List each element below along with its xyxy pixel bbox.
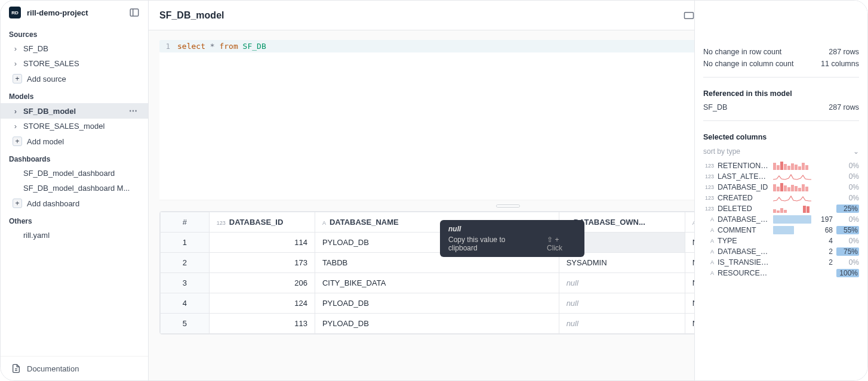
selected-columns-heading: Selected columns — [703, 133, 859, 141]
cell-rownum: 3 — [161, 273, 210, 293]
col-pct: 0% — [836, 172, 859, 181]
col-count: 2 — [815, 247, 833, 256]
more-icon[interactable]: ⋯ — [127, 106, 140, 116]
cell-id[interactable]: 173 — [209, 253, 315, 273]
sidebar-item-label: SF_DB_model — [23, 107, 122, 116]
column-row[interactable]: A TYPE 4 0% — [703, 236, 859, 246]
svg-rect-15 — [802, 163, 805, 170]
cell-name[interactable]: PYLOAD_DB — [315, 314, 559, 334]
column-row[interactable]: A DATABASE_OWNER 2 75% — [703, 246, 859, 257]
column-row[interactable]: 123 RETENTION_TIME 0% — [703, 160, 859, 171]
cell-owner[interactable]: null — [559, 293, 685, 314]
col-count: 2 — [815, 258, 833, 267]
column-row[interactable]: 123 DATABASE_ID 0% — [703, 182, 859, 193]
chevron-right-icon: › — [13, 59, 19, 68]
tooltip: null Copy this value to clipboard ⇧ + Cl… — [440, 220, 584, 257]
cell-id[interactable]: 114 — [209, 233, 315, 253]
col-viz — [773, 183, 811, 191]
add-dashboard-button[interactable]: + Add dashboard — [1, 196, 148, 211]
sidebar-other-rillyaml[interactable]: rill.yaml — [1, 228, 148, 243]
add-model-label: Add model — [27, 137, 64, 146]
svg-rect-0 — [130, 9, 138, 16]
col-type: 123 — [703, 206, 714, 212]
col-pct: 25% — [836, 205, 859, 213]
svg-rect-29 — [780, 208, 783, 213]
column-row[interactable]: 123 LAST_ALTERED 0% — [703, 171, 859, 182]
svg-rect-16 — [805, 165, 808, 170]
kw-from: from — [219, 42, 238, 51]
layout-single-icon[interactable] — [683, 11, 695, 20]
plus-icon: + — [13, 74, 22, 83]
sidebar-dashboard-2[interactable]: SF_DB_model_dashboard M... — [1, 181, 148, 196]
column-row[interactable]: A COMMENT 68 55% — [703, 225, 859, 236]
plus-icon: + — [13, 137, 22, 146]
tooltip-title: null — [448, 225, 576, 233]
cell-id[interactable]: 113 — [209, 314, 315, 334]
svg-rect-20 — [784, 185, 787, 191]
col-pct: 0% — [836, 215, 859, 224]
add-source-button[interactable]: + Add source — [1, 71, 148, 86]
column-row[interactable]: A RESOURCE_GROUP 100% — [703, 268, 859, 278]
col-viz — [773, 226, 811, 234]
section-sources-heading: Sources — [1, 24, 148, 41]
section-dashboards-heading: Dashboards — [1, 149, 148, 166]
column-row[interactable]: 123 CREATED 0% — [703, 193, 859, 203]
sidebar-source-sfdb[interactable]: › SF_DB — [1, 41, 148, 56]
column-row[interactable]: 123 DELETED 25% — [703, 203, 859, 214]
col-viz — [773, 215, 811, 224]
svg-rect-26 — [805, 187, 808, 191]
sort-label: sort by type — [703, 147, 740, 156]
documentation-link[interactable]: Documentation — [1, 356, 148, 380]
cell-owner[interactable]: null — [559, 314, 685, 334]
referenced-item[interactable]: SF_DB 287 rows — [703, 103, 859, 112]
add-model-button[interactable]: + Add model — [1, 134, 148, 149]
col-change: No change in column count 11 columns — [703, 59, 859, 69]
col-pct: 0% — [836, 183, 859, 191]
col-viz — [773, 205, 811, 213]
svg-rect-24 — [798, 188, 801, 191]
svg-rect-30 — [784, 210, 787, 213]
sidebar-dashboard-1[interactable]: SF_DB_model_dashboard — [1, 166, 148, 181]
sidebar-model-sfdb[interactable]: › SF_DB_model ⋯ — [1, 103, 148, 119]
col-type: A — [703, 270, 714, 276]
tooltip-text: Copy this value to clipboard — [448, 236, 535, 252]
col-pct: 0% — [836, 162, 859, 170]
col-type: A — [703, 259, 714, 265]
sidebar-source-storesales[interactable]: › STORE_SALES — [1, 56, 148, 71]
svg-rect-31 — [803, 206, 806, 213]
cell-id[interactable]: 206 — [209, 273, 315, 293]
cell-name[interactable]: CITY_BIKE_DATA — [315, 273, 559, 293]
col-name: DATABASE_OWNER — [718, 247, 769, 256]
line-number: 1 — [159, 42, 177, 51]
col-rownum[interactable]: # — [161, 212, 210, 233]
col-name: RETENTION_TIME — [718, 162, 769, 170]
cell-id[interactable]: 124 — [209, 293, 315, 314]
sidebar-model-storesales[interactable]: › STORE_SALES_model — [1, 119, 148, 134]
col-database-id[interactable]: 123DATABASE_ID — [209, 212, 315, 233]
col-pct: 0% — [836, 237, 859, 245]
col-type: A — [703, 227, 714, 233]
svg-rect-21 — [787, 187, 790, 191]
svg-rect-28 — [777, 210, 780, 213]
col-type: A — [703, 249, 714, 255]
cell-rownum: 4 — [161, 293, 210, 314]
plus-icon: + — [13, 199, 22, 208]
sort-dropdown[interactable]: sort by type ⌄ — [703, 146, 859, 158]
code-content[interactable]: select * from SF_DB — [177, 42, 266, 51]
cell-name[interactable]: PYLOAD_DB — [315, 293, 559, 314]
panel-toggle-icon[interactable] — [129, 7, 140, 18]
kw-select: select — [177, 42, 205, 51]
column-row[interactable]: A DATABASE_NAME 197 0% — [703, 214, 859, 225]
col-label: DATABASE_NAME — [330, 218, 399, 227]
chevron-right-icon: › — [13, 107, 19, 116]
ref-name: SF_DB — [703, 103, 727, 111]
svg-rect-25 — [802, 184, 805, 191]
cell-owner[interactable]: null — [559, 273, 685, 293]
sidebar-item-label: STORE_SALES_model — [23, 122, 140, 131]
column-row[interactable]: A IS_TRANSIENT 2 0% — [703, 257, 859, 268]
cell-rownum: 2 — [161, 253, 210, 273]
project-name[interactable]: rill-demo-project — [27, 8, 123, 17]
col-change-label: No change in column count — [703, 60, 793, 68]
col-name: DATABASE_NAME — [718, 215, 769, 224]
col-count: 68 — [815, 226, 833, 234]
